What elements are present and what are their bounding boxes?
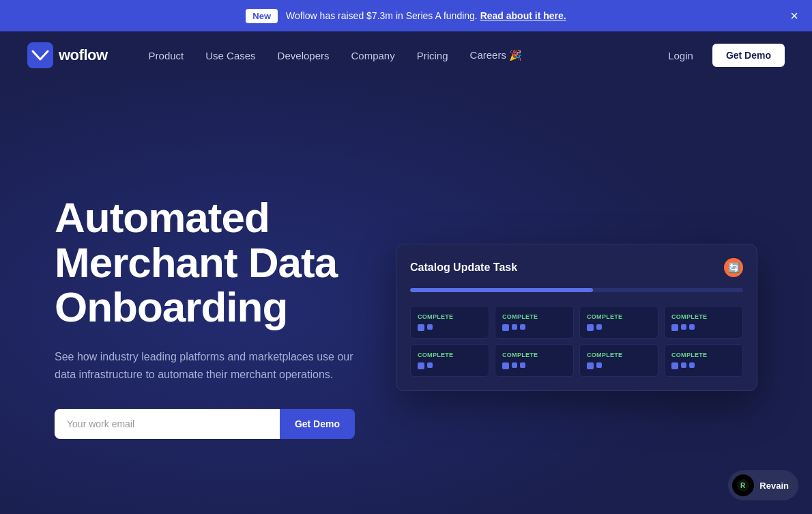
nav-links: Product Use Cases Developers Company Pri…	[141, 45, 661, 66]
nav-item-careers[interactable]: Careers 🎉	[462, 45, 531, 66]
email-input[interactable]	[55, 409, 280, 439]
get-demo-hero-button[interactable]: Get Demo	[280, 409, 355, 439]
task-dot	[520, 324, 525, 330]
task-card: COMPLETE	[410, 344, 489, 377]
main-nav: woflow Product Use Cases Developers Comp…	[0, 31, 812, 79]
progress-bar-container	[410, 288, 743, 292]
hero-form: Get Demo	[55, 409, 355, 439]
task-dots	[587, 324, 651, 331]
nav-item-company[interactable]: Company	[343, 46, 403, 66]
task-dot	[502, 324, 509, 331]
hero-visual: Catalog Update Task 🔄 COMPLETE COMPLETE	[396, 244, 757, 391]
announcement-link[interactable]: Read about it here.	[480, 10, 566, 21]
task-dot	[681, 362, 686, 368]
nav-item-developers[interactable]: Developers	[270, 46, 338, 66]
logo-text: woflow	[59, 46, 108, 64]
task-dot	[512, 362, 517, 368]
task-dots	[418, 324, 482, 331]
task-dots	[671, 324, 736, 331]
task-dot	[502, 362, 509, 369]
task-dot	[596, 324, 602, 330]
announcement-banner: New Woflow has raised $7.3m in Series A …	[0, 0, 812, 31]
hero-section: Automated Merchant Data Onboarding See h…	[0, 79, 812, 514]
dashboard-title: Catalog Update Task	[410, 261, 517, 274]
task-dot	[427, 324, 433, 330]
task-status: COMPLETE	[418, 352, 482, 358]
task-dot	[587, 324, 594, 331]
task-dots	[502, 324, 566, 331]
task-card: COMPLETE	[579, 344, 658, 377]
task-status: COMPLETE	[502, 313, 566, 320]
task-dot	[418, 324, 424, 331]
task-card: COMPLETE	[664, 306, 743, 339]
progress-bar-fill	[410, 288, 593, 292]
task-status: COMPLETE	[587, 352, 651, 358]
hero-title: Automated Merchant Data Onboarding	[55, 195, 355, 328]
task-card: COMPLETE	[664, 344, 743, 377]
task-card: COMPLETE	[579, 306, 658, 339]
task-card: COMPLETE	[410, 306, 489, 339]
task-grid: COMPLETE COMPLETE COMPLETE	[410, 306, 743, 377]
new-badge: New	[246, 9, 278, 23]
task-dots	[418, 362, 482, 369]
task-card: COMPLETE	[495, 344, 574, 377]
task-dots	[671, 362, 736, 369]
task-dot	[520, 362, 525, 368]
task-dot	[681, 324, 686, 330]
task-dot	[689, 362, 695, 368]
get-demo-nav-button[interactable]: Get Demo	[712, 44, 785, 67]
nav-actions: Login Get Demo	[660, 44, 785, 67]
dashboard-header: Catalog Update Task 🔄	[410, 258, 743, 277]
task-dot	[596, 362, 602, 368]
task-dot	[427, 362, 433, 368]
task-status: COMPLETE	[502, 352, 566, 358]
task-dots	[502, 362, 566, 369]
task-status: COMPLETE	[418, 313, 482, 320]
dashboard-refresh-icon: 🔄	[724, 258, 743, 277]
nav-item-product[interactable]: Product	[141, 46, 192, 66]
close-button[interactable]: ×	[790, 9, 798, 23]
task-dot	[587, 362, 594, 369]
login-button[interactable]: Login	[660, 46, 701, 66]
task-dot	[671, 362, 678, 369]
nav-item-use-cases[interactable]: Use Cases	[197, 46, 263, 66]
task-dot	[418, 362, 424, 369]
logo[interactable]: woflow	[27, 42, 108, 68]
task-dot	[512, 324, 517, 330]
task-status: COMPLETE	[671, 313, 736, 320]
logo-icon	[27, 42, 53, 68]
announcement-text: Woflow has raised $7.3m in Series A fund…	[286, 10, 566, 21]
task-status: COMPLETE	[671, 352, 736, 358]
hero-content: Automated Merchant Data Onboarding See h…	[55, 195, 355, 438]
task-dot	[671, 324, 678, 331]
task-dot	[689, 324, 695, 330]
task-dots	[587, 362, 651, 369]
hero-subtitle: See how industry leading platforms and m…	[55, 348, 355, 384]
nav-item-pricing[interactable]: Pricing	[409, 46, 456, 66]
task-card: COMPLETE	[495, 306, 574, 339]
svg-rect-0	[27, 42, 53, 68]
dashboard-preview: Catalog Update Task 🔄 COMPLETE COMPLETE	[396, 244, 757, 391]
task-status: COMPLETE	[587, 313, 651, 320]
